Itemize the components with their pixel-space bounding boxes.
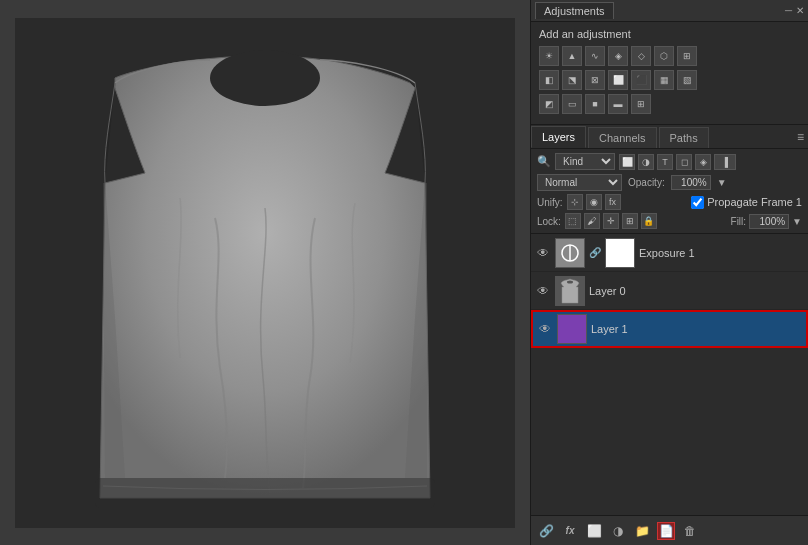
curves-icon[interactable]: ∿ [585, 46, 605, 66]
new-group-icon[interactable]: 📁 [633, 522, 651, 540]
canvas-area [0, 0, 530, 545]
shape-filter-icon[interactable]: ◻ [676, 154, 692, 170]
photo-filter-icon[interactable]: ⬔ [562, 70, 582, 90]
blend-mode-select[interactable]: Normal [537, 174, 622, 191]
pattern-fill-icon[interactable]: ⊞ [631, 94, 651, 114]
fill-row: Fill: ▼ [731, 214, 802, 229]
lock-icons: ⬚ 🖌 ✛ ⊞ 🔒 [565, 213, 657, 229]
layer-row-layer1[interactable]: 👁 Layer 1 [531, 310, 808, 348]
layer-thumb-exposure1 [555, 238, 585, 268]
tab-paths[interactable]: Paths [659, 127, 709, 148]
canvas-image [0, 0, 530, 545]
opacity-input[interactable] [671, 175, 711, 190]
type-filter-icon[interactable]: T [657, 154, 673, 170]
new-layer-icon[interactable]: 📄 [657, 522, 675, 540]
unify-label: Unify: [537, 197, 563, 208]
lock-pixel-icon[interactable]: ⬚ [565, 213, 581, 229]
levels-icon[interactable]: ▲ [562, 46, 582, 66]
tabs-bar: Layers Channels Paths ≡ [531, 125, 808, 149]
tabs-menu-icon[interactable]: ≡ [797, 130, 804, 144]
unify-color-icon[interactable]: ◉ [586, 194, 602, 210]
exposure-icon[interactable]: ◈ [608, 46, 628, 66]
adjustments-section: Add an adjustment ☀ ▲ ∿ ◈ ◇ ⬡ ⊞ ◧ ⬔ ⊠ ⬜ … [531, 22, 808, 125]
panel-top-icons: ─ ✕ [785, 5, 804, 16]
unify-blend-icon[interactable]: fx [605, 194, 621, 210]
layer-row-exposure1[interactable]: 👁 🔗 Exposure 1 [531, 234, 808, 272]
shirt-svg [15, 18, 515, 528]
visibility-icon-exposure1[interactable]: 👁 [535, 245, 551, 261]
solid-color-icon[interactable]: ■ [585, 94, 605, 114]
color-lookup-icon[interactable]: ⬜ [608, 70, 628, 90]
posterize-icon[interactable]: ▦ [654, 70, 674, 90]
toggle-filter-icon[interactable]: ▐ [714, 154, 736, 170]
close-panel-icon[interactable]: ✕ [796, 5, 804, 16]
lock-row: Lock: ⬚ 🖌 ✛ ⊞ 🔒 Fill: ▼ [537, 213, 802, 229]
adjustment-filter-icon[interactable]: ◑ [638, 154, 654, 170]
unify-row: Unify: ⊹ ◉ fx Propagate Frame 1 [537, 194, 802, 210]
layer-row-layer0[interactable]: 👁 Layer 0 [531, 272, 808, 310]
lock-gradient-icon[interactable]: 🖌 [584, 213, 600, 229]
layer-thumb-layer1 [557, 314, 587, 344]
channel-mixer-icon[interactable]: ⊠ [585, 70, 605, 90]
lock-artboard-icon[interactable]: ⊞ [622, 213, 638, 229]
layer-name-exposure1: Exposure 1 [639, 247, 804, 259]
adj-icons-row-3: ◩ ▭ ■ ▬ ⊞ [539, 94, 800, 114]
opacity-label: Opacity: [628, 177, 665, 188]
unify-pos-icon[interactable]: ⊹ [567, 194, 583, 210]
invert-icon[interactable]: ⬛ [631, 70, 651, 90]
fill-input[interactable] [749, 214, 789, 229]
vibrance-icon[interactable]: ◇ [631, 46, 651, 66]
right-panel: Adjustments ─ ✕ Add an adjustment ☀ ▲ ∿ … [530, 0, 808, 545]
layer-link-exposure1: 🔗 [589, 247, 601, 258]
layer-thumb-layer0 [555, 276, 585, 306]
layer-filter-row: 🔍 Kind ⬜ ◑ T ◻ ◈ ▐ [537, 153, 802, 170]
bw-icon[interactable]: ◧ [539, 70, 559, 90]
fill-arrow[interactable]: ▼ [792, 216, 802, 227]
svg-point-1 [210, 50, 320, 106]
layers-list: 👁 🔗 Exposure 1 👁 [531, 234, 808, 515]
layer-mask-exposure1 [605, 238, 635, 268]
svg-rect-8 [558, 315, 586, 343]
layer-name-layer0: Layer 0 [589, 285, 804, 297]
blend-opacity-row: Normal Opacity: ▼ [537, 174, 802, 191]
search-icon: 🔍 [537, 155, 551, 168]
layers-controls: 🔍 Kind ⬜ ◑ T ◻ ◈ ▐ Normal Opacity: ▼ [531, 149, 808, 234]
lock-label: Lock: [537, 216, 561, 227]
svg-rect-2 [95, 478, 435, 508]
smart-filter-icon[interactable]: ◈ [695, 154, 711, 170]
collapse-icon[interactable]: ─ [785, 5, 792, 16]
propagate-checkbox[interactable] [691, 196, 704, 209]
svg-point-7 [567, 280, 573, 283]
filter-icons: ⬜ ◑ T ◻ ◈ ▐ [619, 154, 736, 170]
layer-name-layer1: Layer 1 [591, 323, 802, 335]
add-mask-icon[interactable]: ⬜ [585, 522, 603, 540]
add-adjustment-title: Add an adjustment [539, 28, 800, 40]
link-layers-icon[interactable]: 🔗 [537, 522, 555, 540]
adjustments-tab[interactable]: Adjustments [535, 2, 614, 19]
threshold-icon[interactable]: ▧ [677, 70, 697, 90]
colorbalance-icon[interactable]: ⊞ [677, 46, 697, 66]
delete-layer-icon[interactable]: 🗑 [681, 522, 699, 540]
tab-channels[interactable]: Channels [588, 127, 656, 148]
lock-move-icon[interactable]: ✛ [603, 213, 619, 229]
propagate-check: Propagate Frame 1 [691, 196, 802, 209]
fill-label: Fill: [731, 216, 747, 227]
kind-select[interactable]: Kind [555, 153, 615, 170]
fx-icon[interactable]: fx [561, 522, 579, 540]
propagate-label: Propagate Frame 1 [707, 196, 802, 208]
gradient-fill-icon[interactable]: ▬ [608, 94, 628, 114]
adj-icons-row-1: ☀ ▲ ∿ ◈ ◇ ⬡ ⊞ [539, 46, 800, 66]
gradient-map-icon[interactable]: ▭ [562, 94, 582, 114]
tab-layers[interactable]: Layers [531, 126, 586, 148]
adj-icons-row-2: ◧ ⬔ ⊠ ⬜ ⬛ ▦ ▧ [539, 70, 800, 90]
brightness-icon[interactable]: ☀ [539, 46, 559, 66]
selective-color-icon[interactable]: ◩ [539, 94, 559, 114]
lock-all-icon[interactable]: 🔒 [641, 213, 657, 229]
visibility-icon-layer1[interactable]: 👁 [537, 321, 553, 337]
pixel-filter-icon[interactable]: ⬜ [619, 154, 635, 170]
opacity-arrow[interactable]: ▼ [717, 177, 727, 188]
panel-top-bar: Adjustments ─ ✕ [531, 0, 808, 22]
hsl-icon[interactable]: ⬡ [654, 46, 674, 66]
visibility-icon-layer0[interactable]: 👁 [535, 283, 551, 299]
new-fill-adjustment-icon[interactable]: ◑ [609, 522, 627, 540]
